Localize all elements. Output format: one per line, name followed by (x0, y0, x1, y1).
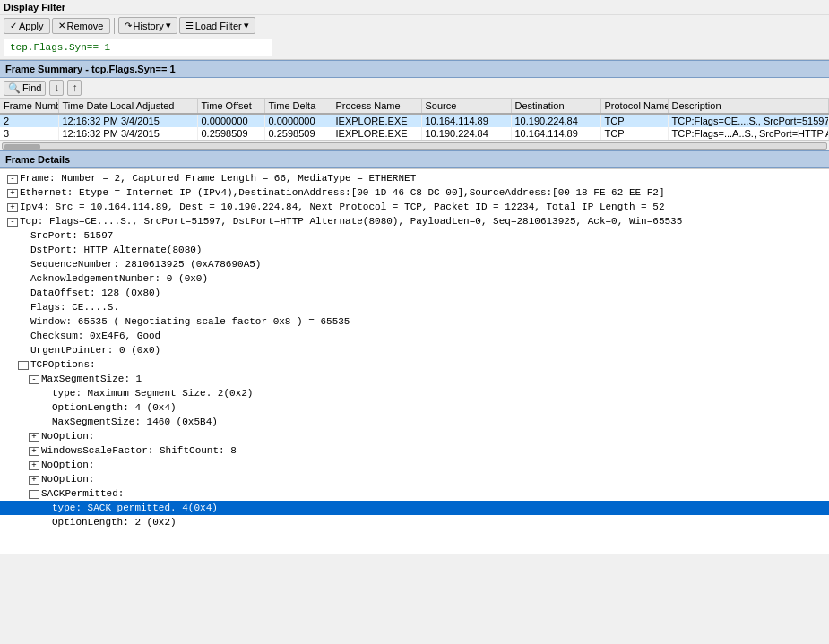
col-header-dest[interactable]: Destination (511, 99, 600, 114)
detail-line[interactable]: OptionLength: 2 (0x2) (0, 515, 829, 529)
table-cell: TCP (600, 114, 668, 127)
detail-line[interactable]: SrcPort: 51597 (0, 228, 829, 243)
detail-line[interactable]: UrgentPointer: 0 (0x0) (0, 343, 829, 357)
table-row[interactable]: 312:16:32 PM 3/4/20150.25985090.2598509I… (0, 127, 829, 140)
detail-text: SrcPort: 51597 (30, 230, 113, 241)
detail-text: Flags: CE....S. (30, 302, 119, 313)
detail-line[interactable]: +NoOption: (0, 458, 829, 472)
detail-line[interactable]: -Frame: Number = 2, Captured Frame Lengt… (0, 171, 829, 185)
detail-line[interactable]: +WindowsScaleFactor: ShiftCount: 8 (0, 443, 829, 458)
apply-icon: ✓ (10, 21, 17, 30)
history-dropdown-icon: ▾ (166, 20, 171, 31)
arrow-down-icon: ↓ (54, 82, 59, 94)
detail-line[interactable]: AcknowledgementNumber: 0 (0x0) (0, 271, 829, 286)
load-filter-button[interactable]: ☰ Load Filter ▾ (179, 17, 255, 34)
remove-icon: ✕ (58, 21, 65, 30)
expand-icon[interactable]: + (7, 203, 18, 212)
table-cell: 2 (0, 114, 58, 127)
display-filter-title: Display Filter (0, 0, 829, 14)
detail-line[interactable]: +Ethernet: Etype = Internet IP (IPv4),De… (0, 185, 829, 200)
table-cell: TCP:Flags=CE....S., SrcPort=51597, DstPo… (668, 114, 829, 127)
table-cell: 0.0000000 (197, 114, 264, 127)
col-header-timeoffset[interactable]: Time Offset (197, 99, 264, 114)
expand-icon[interactable]: + (29, 433, 39, 442)
detail-line[interactable]: OptionLength: 4 (0x4) (0, 400, 829, 415)
detail-line[interactable]: SequenceNumber: 2810613925 (0xA78690A5) (0, 257, 829, 271)
col-header-protocol[interactable]: Protocol Name (600, 99, 668, 114)
detail-line[interactable]: Window: 65535 ( Negotiating scale factor… (0, 314, 829, 329)
detail-line[interactable]: DstPort: HTTP Alternate(8080) (0, 243, 829, 257)
find-down-button[interactable]: ↓ (49, 80, 64, 96)
detail-line[interactable]: type: Maximum Segment Size. 2(0x2) (0, 386, 829, 400)
binoculars-icon: 🔍 (8, 82, 21, 94)
frame-summary-section: Frame Summary - tcp.Flags.Syn== 1 🔍 Find… (0, 60, 829, 150)
expand-icon[interactable]: + (29, 476, 39, 485)
detail-text: Ipv4: Src = 10.164.114.89, Dest = 10.190… (20, 202, 665, 212)
detail-text: SequenceNumber: 2810613925 (0xA78690A5) (30, 259, 261, 270)
expand-icon[interactable]: - (7, 175, 18, 184)
col-header-desc[interactable]: Description (668, 99, 829, 114)
detail-line[interactable]: type: SACK permitted. 4(0x4) (0, 501, 829, 515)
find-button[interactable]: 🔍 Find (4, 81, 46, 96)
expand-icon[interactable]: + (7, 189, 18, 198)
expand-icon[interactable]: + (29, 447, 39, 456)
find-label: Find (22, 82, 41, 93)
detail-text: WindowsScaleFactor: ShiftCount: 8 (41, 445, 237, 456)
frame-details-header: Frame Details (0, 150, 829, 168)
table-row[interactable]: 212:16:32 PM 3/4/20150.00000000.0000000I… (0, 114, 829, 127)
expand-icon[interactable]: - (29, 490, 39, 499)
history-label: History (134, 21, 164, 31)
col-header-process[interactable]: Process Name (332, 99, 421, 114)
detail-text: TCPOptions: (30, 359, 96, 370)
detail-text: Window: 65535 ( Negotiating scale factor… (30, 316, 350, 327)
history-button[interactable]: ↷ History ▾ (118, 17, 177, 34)
detail-line[interactable]: -TCPOptions: (0, 357, 829, 372)
detail-line[interactable]: +Ipv4: Src = 10.164.114.89, Dest = 10.19… (0, 200, 829, 214)
detail-line[interactable]: MaxSegmentSize: 1460 (0x5B4) (0, 415, 829, 429)
detail-line[interactable]: +NoOption: (0, 472, 829, 486)
packet-table-wrapper: Frame Number Time Date Local Adjusted Ti… (0, 99, 829, 140)
detail-text: DataOffset: 128 (0x80) (30, 288, 160, 298)
display-filter-section: Display Filter ✓ Apply ✕ Remove ↷ Histor… (0, 0, 829, 60)
detail-text: MaxSegmentSize: 1 (41, 374, 142, 384)
load-filter-icon: ☰ (186, 21, 194, 30)
expand-icon[interactable]: - (29, 375, 39, 384)
expand-icon[interactable]: - (18, 361, 29, 370)
remove-label: Remove (67, 21, 104, 31)
detail-text: OptionLength: 4 (0x4) (52, 402, 177, 413)
detail-line[interactable]: +NoOption: (0, 429, 829, 443)
load-filter-label: Load Filter (195, 21, 242, 31)
col-header-frame[interactable]: Frame Number (0, 99, 58, 114)
detail-text: SACKPermitted: (41, 488, 124, 499)
find-up-button[interactable]: ↑ (67, 80, 82, 96)
filter-input[interactable] (4, 39, 272, 56)
table-cell: 12:16:32 PM 3/4/2015 (58, 114, 197, 127)
table-header-row: Frame Number Time Date Local Adjusted Ti… (0, 99, 829, 114)
col-header-time[interactable]: Time Date Local Adjusted (58, 99, 197, 114)
detail-line[interactable]: -SACKPermitted: (0, 486, 829, 501)
col-header-source[interactable]: Source (421, 99, 511, 114)
remove-button[interactable]: ✕ Remove (52, 18, 110, 34)
table-cell: 3 (0, 127, 58, 140)
detail-line[interactable]: Checksum: 0xE4F6, Good (0, 329, 829, 343)
table-cell: 10.190.224.84 (511, 114, 600, 127)
detail-line[interactable]: -Tcp: Flags=CE....S., SrcPort=51597, Dst… (0, 214, 829, 228)
arrow-up-icon: ↑ (72, 82, 77, 94)
col-header-timedelta[interactable]: Time Delta (264, 99, 332, 114)
detail-line[interactable]: Flags: CE....S. (0, 300, 829, 314)
apply-button[interactable]: ✓ Apply (4, 18, 50, 34)
scrollbar-thumb[interactable] (4, 144, 40, 150)
detail-line[interactable]: -MaxSegmentSize: 1 (0, 372, 829, 386)
table-cell: IEXPLORE.EXE (332, 127, 421, 140)
expand-icon[interactable]: + (29, 461, 39, 470)
detail-text: DstPort: HTTP Alternate(8080) (30, 245, 202, 255)
table-cell: 12:16:32 PM 3/4/2015 (58, 127, 197, 140)
expand-icon[interactable]: - (7, 218, 18, 227)
detail-text: UrgentPointer: 0 (0x0) (30, 345, 160, 356)
detail-text: NoOption: (41, 431, 94, 442)
detail-text: OptionLength: 2 (0x2) (52, 517, 177, 528)
horizontal-scrollbar[interactable] (0, 140, 829, 150)
detail-line[interactable]: DataOffset: 128 (0x80) (0, 286, 829, 300)
detail-text: type: Maximum Segment Size. 2(0x2) (52, 388, 253, 399)
detail-text: Checksum: 0xE4F6, Good (30, 331, 160, 341)
